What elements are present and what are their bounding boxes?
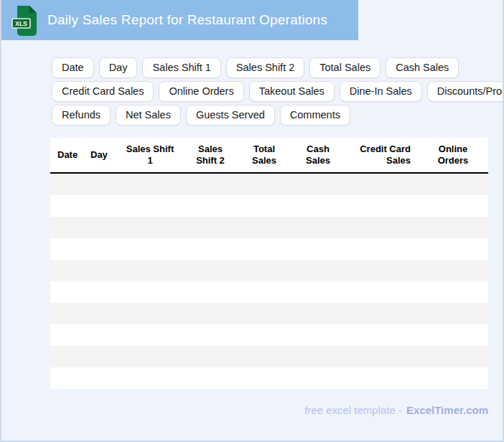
table-row [50, 195, 488, 217]
chip-dine-in-sales[interactable]: Dine-In Sales [340, 81, 422, 102]
chip-discounts-promos[interactable]: Discounts/Promos [427, 81, 504, 102]
column-header-cash-sales: Cash Sales [290, 138, 346, 172]
xls-file-icon: XLS [11, 5, 40, 37]
table-row [50, 346, 488, 367]
table-header-row: Date Day Sales Shift 1 Sales Shift 2 Tot… [50, 138, 488, 174]
column-header-online-orders: Online Orders [418, 138, 488, 172]
chip-online-orders[interactable]: Online Orders [159, 81, 243, 102]
chip-takeout-sales[interactable]: Takeout Sales [249, 81, 335, 102]
field-chips: Date Day Sales Shift 1 Sales Shift 2 Tot… [52, 57, 504, 128]
chip-comments[interactable]: Comments [280, 105, 350, 126]
table-row [50, 324, 488, 346]
chip-net-sales[interactable]: Net Sales [116, 105, 181, 126]
spreadsheet-preview: Date Day Sales Shift 1 Sales Shift 2 Tot… [50, 138, 488, 389]
table-row [50, 260, 488, 281]
column-header-sales-shift-1: Sales Shift 1 [118, 138, 182, 172]
table-row [50, 281, 488, 303]
column-header-credit-card-sales: Credit Card Sales [346, 138, 418, 172]
column-header-day: Day [85, 138, 118, 172]
page: XLS Daily Sales Report for Restaurant Op… [0, 0, 504, 442]
table-row [50, 367, 488, 389]
column-header-date: Date [50, 138, 85, 172]
footer-brand-link[interactable]: ExcelTimer.com [406, 404, 488, 416]
table-row [50, 174, 488, 195]
footer-credit: free excel template -ExcelTimer.com [304, 403, 488, 418]
chip-row-1: Date Day Sales Shift 1 Sales Shift 2 Tot… [52, 57, 504, 78]
chip-cash-sales[interactable]: Cash Sales [386, 57, 459, 78]
chip-guests-served[interactable]: Guests Served [186, 105, 275, 126]
chip-refunds[interactable]: Refunds [52, 105, 111, 126]
table-row [50, 217, 488, 238]
chip-row-3: Refunds Net Sales Guests Served Comments [52, 105, 504, 126]
chip-credit-card-sales[interactable]: Credit Card Sales [52, 81, 154, 102]
table-body [50, 174, 488, 389]
chip-row-2: Credit Card Sales Online Orders Takeout … [52, 81, 504, 102]
chip-sales-shift-1[interactable]: Sales Shift 1 [142, 57, 220, 78]
table-row [50, 238, 488, 260]
svg-text:XLS: XLS [15, 20, 27, 27]
column-header-total-sales: Total Sales [238, 138, 290, 172]
chip-total-sales[interactable]: Total Sales [309, 57, 381, 78]
page-title: Daily Sales Report for Restaurant Operat… [47, 0, 327, 40]
footer-text: free excel template - [304, 404, 402, 416]
chip-date[interactable]: Date [52, 57, 94, 78]
table-row [50, 303, 488, 324]
column-header-sales-shift-2: Sales Shift 2 [182, 138, 238, 172]
header-bar: XLS Daily Sales Report for Restaurant Op… [1, 0, 358, 40]
chip-day[interactable]: Day [99, 57, 138, 78]
chip-sales-shift-2[interactable]: Sales Shift 2 [226, 57, 304, 78]
